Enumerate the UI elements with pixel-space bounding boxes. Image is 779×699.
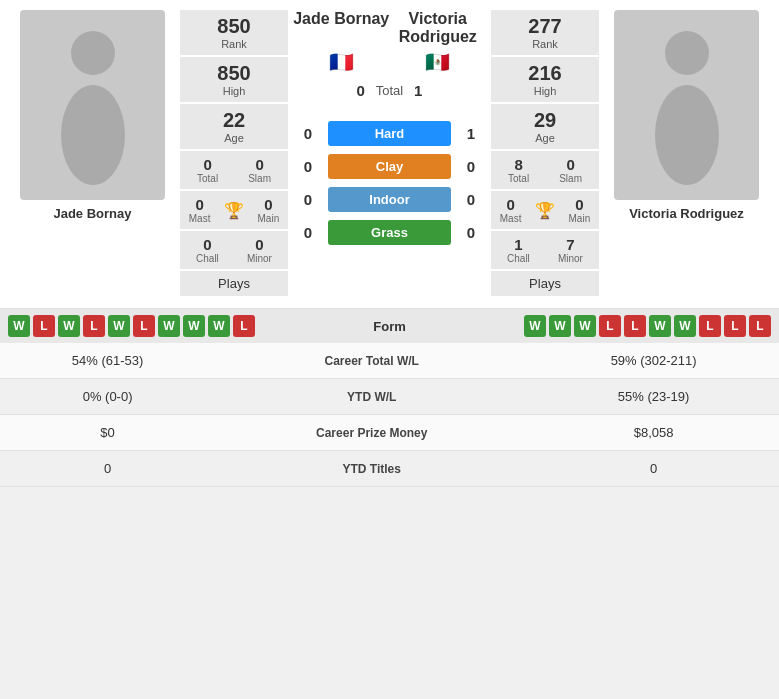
stats-row: 0% (0-0)YTD W/L55% (23-19) <box>0 379 779 415</box>
right-high-box: 216 High <box>491 57 599 102</box>
form-badge-right: L <box>699 315 721 337</box>
right-slam-value: 0 <box>559 156 582 173</box>
form-badge-right: W <box>574 315 596 337</box>
stats-cell-right: 0 <box>528 451 779 487</box>
left-main-label: Main <box>258 213 280 224</box>
right-mast-value: 0 <box>500 196 522 213</box>
right-chall-value: 1 <box>507 236 530 253</box>
stats-table: 54% (61-53)Career Total W/L59% (302-211)… <box>0 343 779 487</box>
left-minor-cell: 0 Minor <box>247 236 272 264</box>
hard-row: 0 Hard 1 <box>293 121 486 146</box>
stats-cell-right: $8,058 <box>528 415 779 451</box>
right-slam-label: Slam <box>559 173 582 184</box>
form-badge-left: W <box>58 315 80 337</box>
svg-point-3 <box>655 85 719 185</box>
right-mast-main-row: 0 Mast 🏆 0 Main <box>491 191 599 229</box>
form-badge-left: W <box>208 315 230 337</box>
total-label: Total <box>376 83 403 98</box>
left-slam-label: Slam <box>248 173 271 184</box>
right-total-label: Total <box>508 173 529 184</box>
right-high-label: High <box>495 85 595 97</box>
right-plays-label: Plays <box>529 276 561 291</box>
right-minor-cell: 7 Minor <box>558 236 583 264</box>
left-trophy-icon: 🏆 <box>224 201 244 220</box>
left-plays-label: Plays <box>218 276 250 291</box>
right-age-value: 29 <box>495 109 595 132</box>
left-age-box: 22 Age <box>180 104 288 149</box>
stats-cell-label: YTD W/L <box>215 379 528 415</box>
left-mast-label: Mast <box>189 213 211 224</box>
left-main-value: 0 <box>258 196 280 213</box>
right-rank-value: 277 <box>495 15 595 38</box>
left-slam-cell: 0 Slam <box>248 156 271 184</box>
left-chall-value: 0 <box>196 236 219 253</box>
left-high-box: 850 High <box>180 57 288 102</box>
stats-cell-right: 55% (23-19) <box>528 379 779 415</box>
surface-rows: 0 Hard 1 0 Clay 0 0 Indoor 0 0 Grass <box>293 121 486 253</box>
form-right: WWWLLWWLLL <box>450 315 772 337</box>
left-rank-box: 850 Rank <box>180 10 288 55</box>
left-high-label: High <box>184 85 284 97</box>
svg-point-0 <box>71 31 115 75</box>
player-right-name: Victoria Rodriguez <box>629 206 744 221</box>
stats-cell-label: Career Total W/L <box>215 343 528 379</box>
left-high-value: 850 <box>184 62 284 85</box>
form-badge-right: L <box>749 315 771 337</box>
grass-btn: Grass <box>328 220 451 245</box>
left-mast-value: 0 <box>189 196 211 213</box>
left-total-value: 0 <box>197 156 218 173</box>
form-badge-right: W <box>549 315 571 337</box>
left-rank-value: 850 <box>184 15 284 38</box>
left-minor-value: 0 <box>247 236 272 253</box>
right-mast-cell: 0 Mast <box>500 196 522 224</box>
left-total-label: Total <box>197 173 218 184</box>
left-total-slam-row: 0 Total 0 Slam <box>180 151 288 189</box>
form-badge-left: W <box>183 315 205 337</box>
left-total-cell: 0 Total <box>197 156 218 184</box>
right-minor-label: Minor <box>558 253 583 264</box>
player-left-name: Jade Bornay <box>53 206 131 221</box>
clay-score-left: 0 <box>293 158 323 175</box>
total-row: 0 Total 1 <box>346 82 433 99</box>
player-right: Victoria Rodriguez <box>599 10 774 296</box>
right-rank-box: 277 Rank <box>491 10 599 55</box>
form-label: Form <box>330 319 450 334</box>
right-total-slam-row: 8 Total 0 Slam <box>491 151 599 189</box>
main-container: Jade Bornay 850 Rank 850 High 22 Age 0 T… <box>0 0 779 487</box>
form-badge-left: W <box>158 315 180 337</box>
player-left-stats: 850 Rank 850 High 22 Age 0 Total 0 Slam <box>180 10 288 296</box>
right-slam-cell: 0 Slam <box>559 156 582 184</box>
left-minor-label: Minor <box>247 253 272 264</box>
form-badge-left: L <box>83 315 105 337</box>
clay-row: 0 Clay 0 <box>293 154 486 179</box>
right-plays-box: Plays <box>491 271 599 296</box>
names-row: Jade BornayVictoria Rodriguez <box>293 10 486 46</box>
right-high-value: 216 <box>495 62 595 85</box>
form-badge-right: L <box>599 315 621 337</box>
right-chall-minor-row: 1 Chall 7 Minor <box>491 231 599 269</box>
form-section: WLWLWLWWWL Form WWWLLWWLLL <box>0 308 779 343</box>
grass-score-right: 0 <box>456 224 486 241</box>
form-badge-right: L <box>724 315 746 337</box>
left-chall-cell: 0 Chall <box>196 236 219 264</box>
right-chall-cell: 1 Chall <box>507 236 530 264</box>
indoor-score-right: 0 <box>456 191 486 208</box>
stats-cell-right: 59% (302-211) <box>528 343 779 379</box>
left-rank-label: Rank <box>184 38 284 50</box>
stats-cell-left: 0 <box>0 451 215 487</box>
stats-cell-label: YTD Titles <box>215 451 528 487</box>
player-right-avatar <box>614 10 759 200</box>
right-trophy-icon: 🏆 <box>535 201 555 220</box>
right-rank-label: Rank <box>495 38 595 50</box>
middle-section: Jade BornayVictoria Rodriguez🇫🇷🇲🇽 0 Tota… <box>288 10 491 296</box>
form-badge-right: W <box>649 315 671 337</box>
form-badge-right: W <box>524 315 546 337</box>
right-minor-value: 7 <box>558 236 583 253</box>
hard-score-left: 0 <box>293 125 323 142</box>
right-total-value: 8 <box>508 156 529 173</box>
form-badge-left: L <box>133 315 155 337</box>
left-plays-box: Plays <box>180 271 288 296</box>
right-mast-label: Mast <box>500 213 522 224</box>
stats-row: 54% (61-53)Career Total W/L59% (302-211) <box>0 343 779 379</box>
indoor-score-left: 0 <box>293 191 323 208</box>
